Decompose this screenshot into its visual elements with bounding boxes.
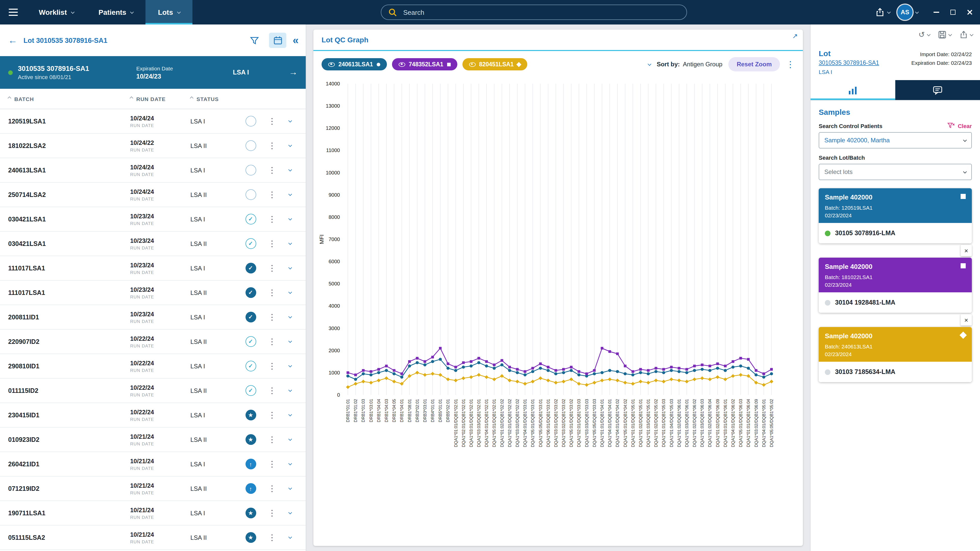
sample-card[interactable]: × Sample 402000 Batch: 181022LSA1 02/23/… — [819, 258, 972, 313]
sort-header-status[interactable]: STATUS — [190, 96, 239, 102]
table-row[interactable]: 230415ID1 10/22/24 RUN DATE LSA I ★ ⋮ — [0, 403, 306, 427]
export-button[interactable] — [959, 30, 973, 39]
sample-card[interactable]: Sample 402000 Batch: 120519LSA1 02/23/20… — [819, 188, 972, 243]
table-row[interactable]: 240613LSA1 10/24/24 RUN DATE LSA I ⋮ — [0, 158, 306, 183]
control-patient-select[interactable]: Sample 402000, Martha — [819, 132, 972, 148]
back-arrow-icon[interactable]: ← — [8, 35, 18, 46]
row-kebab-icon[interactable]: ⋮ — [268, 313, 276, 321]
table-row[interactable]: 111017LSA1 10/23/24 RUN DATE LSA II ✓ ⋮ — [0, 281, 306, 305]
batch-id: 181022LSA2 — [8, 142, 130, 149]
account-menu-button[interactable]: AS — [897, 5, 918, 20]
window-maximize-button[interactable] — [950, 10, 956, 15]
qc-kebab-icon[interactable]: ⋮ — [786, 59, 795, 70]
row-expand-chevron-icon[interactable] — [288, 241, 292, 245]
row-kebab-icon[interactable]: ⋮ — [268, 386, 276, 395]
lot-open-arrow-icon[interactable]: → — [289, 67, 298, 78]
row-kebab-icon[interactable]: ⋮ — [268, 362, 276, 370]
lot-batch-select[interactable]: Select lots — [819, 164, 972, 180]
table-row[interactable]: 120519LSA1 10/24/24 RUN DATE LSA I ⋮ — [0, 109, 306, 134]
reset-zoom-button[interactable]: Reset Zoom — [729, 57, 780, 71]
svg-text:DQA1*01:02/DQB1*06:02: DQA1*01:02/DQB1*06:02 — [692, 399, 697, 447]
row-expand-chevron-icon[interactable] — [288, 486, 292, 490]
row-expand-chevron-icon[interactable] — [288, 217, 292, 221]
global-search[interactable] — [381, 5, 687, 20]
row-kebab-icon[interactable]: ⋮ — [268, 484, 276, 492]
export-menu-button[interactable] — [875, 8, 890, 17]
row-expand-chevron-icon[interactable] — [288, 266, 292, 269]
window-minimize-button[interactable] — [934, 12, 939, 13]
table-row[interactable]: 190711LSA1 10/21/24 RUN DATE LSA I ★ ⋮ — [0, 501, 306, 526]
row-kebab-icon[interactable]: ⋮ — [268, 460, 276, 468]
filter-button[interactable] — [246, 33, 263, 48]
table-row[interactable]: 111017LSA1 10/23/24 RUN DATE LSA I ✓ ⋮ — [0, 256, 306, 281]
row-kebab-icon[interactable]: ⋮ — [268, 338, 276, 346]
qc-line-chart[interactable]: 0100020003000400050006000700080009000100… — [318, 76, 780, 485]
row-kebab-icon[interactable]: ⋮ — [268, 289, 276, 297]
tab-samples[interactable] — [811, 80, 895, 100]
row-kebab-icon[interactable]: ⋮ — [268, 240, 276, 248]
lot-link[interactable]: 3010535 3078916-SA1 — [819, 60, 879, 66]
table-row[interactable]: 220907ID2 10/22/24 RUN DATE LSA II ✓ ⋮ — [0, 330, 306, 354]
table-row[interactable]: 071219ID2 10/21/24 RUN DATE LSA II ↑ ⋮ — [0, 476, 306, 501]
row-kebab-icon[interactable]: ⋮ — [268, 534, 276, 541]
row-kebab-icon[interactable]: ⋮ — [268, 191, 276, 199]
calendar-filter-button[interactable] — [269, 33, 286, 48]
legend-chip[interactable]: 820451LSA1 — [462, 58, 528, 70]
search-input[interactable] — [402, 8, 679, 17]
row-kebab-icon[interactable]: ⋮ — [268, 509, 276, 517]
nav-menu-worklist[interactable]: Worklist — [27, 0, 86, 24]
table-row[interactable]: 181022LSA2 10/24/22 RUN DATE LSA II ⋮ — [0, 134, 306, 158]
row-expand-chevron-icon[interactable] — [288, 290, 292, 294]
clear-filter-button[interactable]: Clear — [948, 122, 972, 129]
sample-card-close-button[interactable]: × — [961, 314, 972, 326]
row-expand-chevron-icon[interactable] — [288, 462, 292, 465]
row-expand-chevron-icon[interactable] — [288, 388, 292, 392]
row-kebab-icon[interactable]: ⋮ — [268, 166, 276, 174]
nav-menu-lots[interactable]: Lots — [146, 0, 192, 24]
row-expand-chevron-icon[interactable] — [288, 168, 292, 171]
row-expand-chevron-icon[interactable] — [288, 192, 292, 196]
save-button[interactable] — [938, 30, 951, 39]
collapse-panel-button[interactable]: « — [293, 34, 298, 46]
selected-lot-card[interactable]: 3010535 3078916-SA1 Active since 08/01/2… — [0, 56, 306, 89]
row-kebab-icon[interactable]: ⋮ — [268, 215, 276, 223]
table-row[interactable]: 250714LSA2 10/24/24 RUN DATE LSA II ⋮ — [0, 183, 306, 207]
sample-card[interactable]: × Sample 402000 Batch: 240613LSA1 02/23/… — [819, 327, 972, 382]
table-row[interactable]: 290810ID1 10/22/24 RUN DATE LSA I ✓ ⋮ — [0, 354, 306, 379]
row-expand-chevron-icon[interactable] — [288, 511, 292, 514]
sort-header-batch[interactable]: BATCH — [8, 96, 130, 102]
row-kebab-icon[interactable]: ⋮ — [268, 411, 276, 419]
sort-header-run-date[interactable]: RUN DATE — [130, 96, 190, 102]
table-row[interactable]: 011115ID2 10/22/24 RUN DATE LSA II ✓ ⋮ — [0, 379, 306, 403]
table-row[interactable]: 010923ID2 10/21/24 RUN DATE LSA II ★ ⋮ — [0, 427, 306, 452]
table-row[interactable]: 030421LSA1 10/23/24 RUN DATE LSA II ✓ ⋮ — [0, 232, 306, 256]
tab-comments[interactable] — [895, 80, 980, 100]
row-kebab-icon[interactable]: ⋮ — [268, 435, 276, 444]
undo-button[interactable]: ↺ — [918, 30, 930, 39]
sort-collapse-chevron-icon[interactable] — [648, 62, 651, 65]
row-expand-chevron-icon[interactable] — [288, 413, 292, 416]
row-kebab-icon[interactable]: ⋮ — [268, 117, 276, 125]
row-expand-chevron-icon[interactable] — [288, 364, 292, 367]
nav-menu-patients[interactable]: Patients — [86, 0, 146, 24]
sort-by-value[interactable]: Antigen Group — [683, 61, 722, 68]
row-expand-chevron-icon[interactable] — [288, 315, 292, 318]
table-row[interactable]: 051115LSA2 10/21/24 RUN DATE LSA II ★ ⋮ — [0, 526, 306, 550]
sample-card-close-button[interactable]: × — [961, 245, 972, 256]
window-close-button[interactable] — [967, 9, 973, 15]
row-expand-chevron-icon[interactable] — [288, 437, 292, 441]
sample-card-date: 02/23/2024 — [825, 212, 966, 218]
row-expand-chevron-icon[interactable] — [288, 143, 292, 147]
table-row[interactable]: 260421ID1 10/21/24 RUN DATE LSA I ↑ ⋮ — [0, 452, 306, 476]
legend-chip[interactable]: 748352LSA1 — [392, 58, 457, 70]
table-row[interactable]: 200811ID1 10/23/24 RUN DATE LSA I ✓ ⋮ — [0, 305, 306, 330]
expand-external-icon[interactable]: ↗ — [792, 32, 798, 40]
table-row[interactable]: 030421LSA1 10/23/24 RUN DATE LSA I ✓ ⋮ — [0, 207, 306, 232]
row-expand-chevron-icon[interactable] — [288, 535, 292, 539]
row-expand-chevron-icon[interactable] — [288, 339, 292, 343]
row-expand-chevron-icon[interactable] — [288, 119, 292, 122]
hamburger-menu-icon[interactable] — [0, 0, 27, 24]
legend-chip[interactable]: 240613LSA1 — [321, 58, 387, 70]
row-kebab-icon[interactable]: ⋮ — [268, 264, 276, 272]
row-kebab-icon[interactable]: ⋮ — [268, 141, 276, 150]
